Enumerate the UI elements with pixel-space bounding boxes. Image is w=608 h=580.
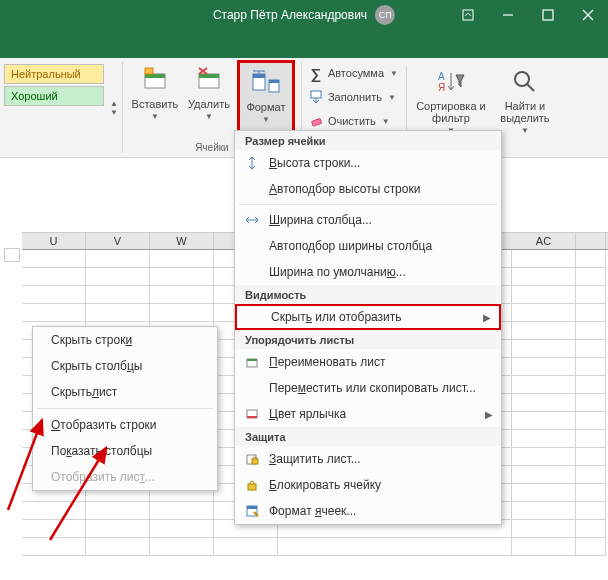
svg-rect-7 bbox=[145, 74, 165, 78]
menu-default-width[interactable]: Ширина по умолчанию... bbox=[235, 259, 501, 285]
find-select-button[interactable]: Найти и выделить ▼ bbox=[493, 62, 557, 138]
menu-rename-sheet[interactable]: Переименовать лист bbox=[235, 349, 501, 375]
fill-down-icon bbox=[308, 89, 324, 105]
styles-group: Нейтральный Хороший bbox=[0, 58, 108, 157]
submenu-show-cols[interactable]: Показать столбцы bbox=[33, 438, 217, 464]
style-good[interactable]: Хороший bbox=[4, 86, 104, 106]
svg-rect-8 bbox=[145, 68, 153, 74]
cells-group-label: Ячейки bbox=[195, 142, 229, 153]
submenu-show-sheet: Отобразить лист... bbox=[33, 464, 217, 490]
svg-rect-28 bbox=[252, 459, 258, 464]
submenu-show-rows[interactable]: Отобразить строки bbox=[33, 412, 217, 438]
styles-expand-icon[interactable]: ▲ bbox=[110, 99, 118, 108]
menu-section-protection: Защита bbox=[235, 427, 501, 446]
find-icon bbox=[509, 66, 541, 98]
eraser-icon bbox=[308, 113, 324, 129]
lock-icon bbox=[243, 476, 261, 494]
format-cells-small-icon bbox=[243, 502, 261, 520]
svg-rect-31 bbox=[247, 506, 257, 509]
menu-autofit-row[interactable]: Автоподбор высоты строки bbox=[235, 176, 501, 202]
menu-tab-color[interactable]: Цвет ярлычка▶ bbox=[235, 401, 501, 427]
rename-icon bbox=[243, 353, 261, 371]
menu-move-copy-sheet[interactable]: Переместить или скопировать лист... bbox=[235, 375, 501, 401]
delete-cells-icon bbox=[193, 64, 225, 96]
format-menu: Размер ячейки ВВысота строки...ысота стр… bbox=[234, 130, 502, 525]
svg-line-22 bbox=[527, 84, 534, 91]
svg-rect-29 bbox=[248, 484, 256, 490]
caret-down-icon: ▼ bbox=[262, 115, 270, 124]
menu-section-visibility: Видимость bbox=[235, 285, 501, 304]
svg-rect-10 bbox=[199, 74, 219, 78]
menu-lock-cell[interactable]: Блокировать ячейку bbox=[235, 472, 501, 498]
menu-autofit-col[interactable]: Автоподбор ширины столбца bbox=[235, 233, 501, 259]
menu-hide-unhide[interactable]: Скрыть или отобразить▶ bbox=[235, 304, 501, 330]
col-header[interactable]: AC bbox=[512, 233, 576, 249]
col-header[interactable]: U bbox=[22, 233, 86, 249]
menu-section-cell-size: Размер ячейки bbox=[235, 131, 501, 150]
caret-down-icon: ▼ bbox=[151, 112, 159, 121]
submenu-arrow-icon: ▶ bbox=[483, 312, 491, 323]
menu-section-organize: Упорядочить листы bbox=[235, 330, 501, 349]
autosum-button[interactable]: ∑ Автосумма ▼ bbox=[308, 62, 398, 84]
sigma-icon: ∑ bbox=[308, 65, 324, 81]
svg-rect-26 bbox=[247, 416, 257, 418]
select-all-corner[interactable] bbox=[4, 248, 20, 262]
col-header[interactable]: W bbox=[150, 233, 214, 249]
fill-button[interactable]: Заполнить ▼ bbox=[308, 86, 398, 108]
svg-point-21 bbox=[515, 72, 529, 86]
insert-cells-icon bbox=[139, 64, 171, 96]
protect-sheet-icon bbox=[243, 450, 261, 468]
svg-rect-0 bbox=[463, 10, 473, 20]
svg-rect-24 bbox=[247, 359, 257, 361]
menu-row-height[interactable]: ВВысота строки...ысота строки... bbox=[235, 150, 501, 176]
col-header[interactable]: V bbox=[86, 233, 150, 249]
menu-col-width[interactable]: Ширина столбца... bbox=[235, 207, 501, 233]
svg-rect-2 bbox=[543, 10, 553, 20]
svg-rect-14 bbox=[253, 74, 265, 78]
close-button[interactable] bbox=[568, 0, 608, 30]
submenu-hide-sheet[interactable]: Скрыть лист bbox=[33, 379, 217, 405]
col-width-icon bbox=[243, 211, 261, 229]
format-button[interactable]: Формат ▼ bbox=[240, 63, 292, 139]
menu-protect-sheet[interactable]: Защитить лист... bbox=[235, 446, 501, 472]
avatar[interactable]: СП bbox=[375, 5, 395, 25]
document-author: Старр Пётр Александрович bbox=[213, 8, 367, 22]
svg-rect-17 bbox=[311, 91, 321, 98]
menu-format-cells[interactable]: Формат ячеек... bbox=[235, 498, 501, 524]
clear-button[interactable]: Очистить ▼ bbox=[308, 110, 398, 132]
submenu-hide-rows[interactable]: Скрыть строки bbox=[33, 327, 217, 353]
tab-color-icon bbox=[243, 405, 261, 423]
svg-text:А: А bbox=[438, 71, 445, 82]
caret-down-icon: ▼ bbox=[205, 112, 213, 121]
maximize-button[interactable] bbox=[528, 0, 568, 30]
insert-button[interactable]: Вставить ▼ bbox=[129, 60, 181, 136]
row-height-icon bbox=[243, 154, 261, 172]
format-cells-icon bbox=[250, 67, 282, 99]
styles-expand-icon2[interactable]: ▼ bbox=[110, 108, 118, 117]
submenu-hide-cols[interactable]: Скрыть столбцы bbox=[33, 353, 217, 379]
minimize-button[interactable] bbox=[488, 0, 528, 30]
hide-unhide-submenu: Скрыть строки Скрыть столбцы Скрыть лист… bbox=[32, 326, 218, 491]
svg-text:Я: Я bbox=[438, 82, 445, 93]
titlebar: Старр Пётр Александрович СП bbox=[0, 0, 608, 30]
delete-button[interactable]: Удалить ▼ bbox=[183, 60, 235, 136]
sort-filter-button[interactable]: АЯ Сортировка и фильтр ▼ bbox=[415, 62, 487, 138]
ribbon-options-button[interactable] bbox=[448, 0, 488, 30]
svg-rect-16 bbox=[269, 80, 279, 83]
sort-filter-icon: АЯ bbox=[435, 66, 467, 98]
svg-rect-18 bbox=[311, 118, 321, 126]
style-neutral[interactable]: Нейтральный bbox=[4, 64, 104, 84]
